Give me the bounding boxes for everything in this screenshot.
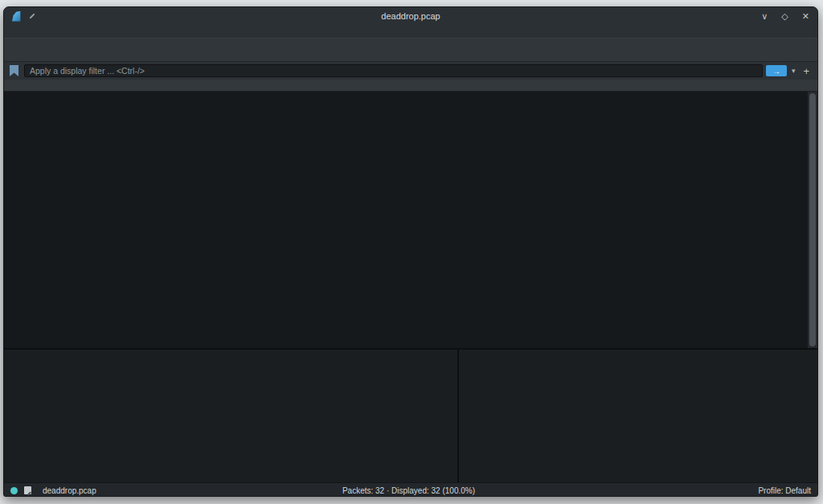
add-filter-button[interactable]: +: [800, 65, 814, 77]
packet-list: [4, 80, 817, 348]
window-title: deaddrop.pcap: [4, 11, 817, 21]
packet-list-scrollbar[interactable]: [808, 92, 817, 348]
apply-filter-button[interactable]: →: [766, 65, 787, 76]
close-button[interactable]: ✕: [802, 11, 809, 22]
minimize-button[interactable]: ∨: [761, 11, 768, 22]
display-filter-input[interactable]: [24, 64, 763, 77]
scrollbar-handle[interactable]: [809, 93, 816, 346]
statusbar: deaddrop.pcap Packets: 32 · Displayed: 3…: [4, 482, 817, 497]
packet-list-rows: [4, 92, 817, 348]
packet-list-header: [4, 80, 817, 92]
intelligent-scrollbar-minimap[interactable]: [797, 92, 808, 348]
wireshark-window: deaddrop.pcap ∨ ◇ ✕ → ▾ + deaddrop.pcap …: [3, 6, 818, 497]
bottom-panes: [4, 348, 817, 482]
maximize-button[interactable]: ◇: [781, 11, 788, 22]
menubar: [4, 25, 817, 38]
pin-icon: [29, 13, 35, 18]
expert-info-icon[interactable]: [10, 487, 18, 494]
capture-comment-icon[interactable]: [24, 486, 31, 494]
wireshark-logo-icon: [12, 11, 23, 22]
packet-bytes-pane: [459, 350, 817, 482]
filter-bookmark-icon[interactable]: [10, 65, 18, 76]
statusbar-packet-counts: Packets: 32 · Displayed: 32 (100.0%): [238, 486, 475, 495]
filter-dropdown-caret-icon[interactable]: ▾: [790, 67, 797, 75]
filter-toolbar: → ▾ +: [4, 62, 817, 80]
main-toolbar: [4, 38, 817, 62]
titlebar: deaddrop.pcap ∨ ◇ ✕: [4, 7, 817, 25]
packet-details-pane: [4, 350, 459, 482]
statusbar-profile[interactable]: Profile: Default: [758, 486, 811, 495]
statusbar-filename: deaddrop.pcap: [43, 486, 96, 495]
